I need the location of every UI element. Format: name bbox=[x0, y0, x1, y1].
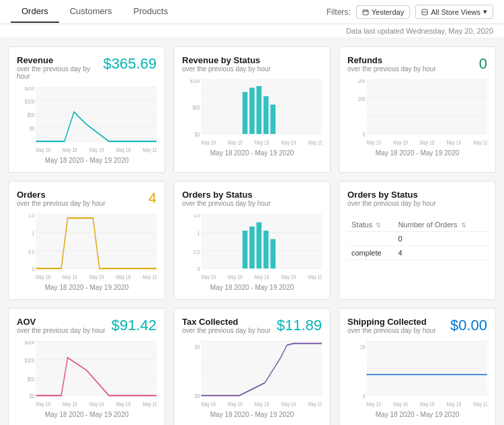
svg-text:$0: $0 bbox=[195, 131, 200, 138]
svg-text:16:00: 16:00 bbox=[116, 408, 125, 408]
count-cell: 0 bbox=[394, 232, 487, 246]
svg-text:May 19: May 19 bbox=[255, 401, 269, 408]
tab-products[interactable]: Products bbox=[123, 1, 179, 23]
svg-text:May 19: May 19 bbox=[420, 401, 435, 408]
revenue-title-group: Revenue over the previous day by hour bbox=[17, 55, 103, 85]
svg-text:11:00: 11:00 bbox=[420, 408, 429, 408]
tax-collected-title-group: Tax Collected over the previous day by h… bbox=[182, 317, 271, 340]
refunds-card: Refunds over the previous day by hour 0 … bbox=[339, 46, 496, 173]
calendar-icon bbox=[362, 9, 369, 15]
svg-text:May 19: May 19 bbox=[116, 274, 130, 281]
revenue-date-range: May 18 2020 - May 19 2020 bbox=[17, 157, 157, 164]
sort-status-icon: ⇅ bbox=[376, 222, 381, 229]
orders-by-status-table-title-group: Orders by Status over the previous day b… bbox=[347, 190, 436, 212]
svg-text:$50: $50 bbox=[192, 104, 200, 111]
store-view-filter-button[interactable]: All Store Views ▾ bbox=[415, 5, 493, 19]
svg-text:May 19: May 19 bbox=[308, 401, 322, 408]
aov-chart: $200 $100 $50 $0 May 19 May 19 May 19 Ma… bbox=[17, 341, 157, 408]
svg-text:May 19: May 19 bbox=[281, 274, 296, 281]
revenue-value: $365.69 bbox=[103, 55, 157, 73]
data-updated-text: Data last updated Wednesday, May 20, 202… bbox=[346, 27, 493, 35]
svg-text:May 19: May 19 bbox=[142, 274, 157, 281]
date-filter-label: Yesterday bbox=[372, 8, 405, 16]
svg-text:0: 0 bbox=[32, 266, 35, 272]
svg-text:$0: $0 bbox=[30, 393, 34, 399]
filters-row: Filters: Yesterday All Store Views ▾ bbox=[327, 5, 493, 19]
svg-text:May 19: May 19 bbox=[116, 147, 130, 154]
svg-text:May 19: May 19 bbox=[201, 274, 216, 281]
svg-text:16:00: 16:00 bbox=[116, 153, 125, 154]
shipping-collected-card: Shipping Collected over the previous day… bbox=[339, 308, 496, 425]
svg-text:$0: $0 bbox=[195, 393, 200, 399]
svg-text:May 19: May 19 bbox=[366, 140, 381, 147]
orders-by-status-bar-chart: 1.5 1 0.5 0 May 19 May 19 May 19 May 19 … bbox=[182, 214, 322, 281]
shipping-collected-date-range: May 18 2020 - May 19 2020 bbox=[347, 411, 487, 418]
svg-text:01:00: 01:00 bbox=[366, 408, 376, 408]
svg-text:0.5: 0.5 bbox=[28, 249, 34, 256]
tax-collected-subtitle: over the previous day by hour bbox=[182, 327, 271, 334]
status-cell: complete bbox=[347, 246, 394, 260]
svg-text:May 19: May 19 bbox=[281, 401, 296, 408]
shipping-collected-header: Shipping Collected over the previous day… bbox=[347, 317, 487, 340]
revenue-by-status-chart: $100 $50 $0 May 19 May 19 May 19 May 19 … bbox=[182, 79, 322, 147]
refunds-title: Refunds bbox=[347, 55, 436, 65]
top-bar: Orders Customers Products Filters: Yeste… bbox=[0, 0, 504, 24]
svg-text:May 19: May 19 bbox=[281, 140, 296, 147]
svg-text:May 19: May 19 bbox=[201, 140, 216, 147]
revenue-card: Revenue over the previous day by hour $3… bbox=[8, 46, 165, 173]
svg-text:May 19: May 19 bbox=[89, 274, 104, 281]
orders-count-col-header[interactable]: Number of Orders ⇅ bbox=[394, 218, 487, 232]
svg-text:May 19: May 19 bbox=[308, 274, 322, 281]
svg-text:0: 0 bbox=[363, 393, 366, 399]
refunds-chart: 200 100 0 May 19 May 19 May 19 May 19 Ma… bbox=[347, 79, 487, 147]
svg-text:08:00: 08:00 bbox=[228, 280, 237, 281]
svg-text:11:00: 11:00 bbox=[89, 153, 99, 154]
filters-label: Filters: bbox=[327, 7, 351, 17]
svg-text:0: 0 bbox=[363, 131, 366, 138]
svg-text:08:00: 08:00 bbox=[228, 146, 237, 147]
tab-customers[interactable]: Customers bbox=[59, 1, 123, 23]
shipping-collected-title: Shipping Collected bbox=[347, 317, 436, 327]
revenue-by-status-card: Revenue by Status over the previous day … bbox=[173, 46, 331, 173]
svg-text:100: 100 bbox=[358, 96, 365, 103]
svg-text:May 19: May 19 bbox=[228, 274, 243, 281]
revenue-by-status-header: Revenue by Status over the previous day … bbox=[182, 55, 322, 78]
svg-text:11:00: 11:00 bbox=[89, 280, 99, 281]
svg-text:May 19: May 19 bbox=[255, 140, 269, 147]
svg-text:1: 1 bbox=[198, 231, 200, 237]
svg-text:11:00: 11:00 bbox=[420, 146, 429, 147]
aov-title: AOV bbox=[17, 317, 106, 327]
svg-text:04:00: 04:00 bbox=[281, 280, 290, 281]
svg-rect-93 bbox=[249, 227, 255, 269]
tax-collected-chart: $5 $0 May 19 May 19 May 19 May 19 May 19… bbox=[182, 341, 322, 408]
tab-orders[interactable]: Orders bbox=[11, 1, 59, 23]
svg-text:May 19: May 19 bbox=[420, 140, 435, 147]
refunds-header: Refunds over the previous day by hour 0 bbox=[347, 55, 487, 78]
orders-title-group: Orders over the previous day by hour bbox=[17, 190, 106, 212]
refunds-title-group: Refunds over the previous day by hour bbox=[347, 55, 436, 78]
svg-text:May 19: May 19 bbox=[116, 401, 130, 408]
svg-rect-95 bbox=[263, 231, 269, 268]
svg-text:$5: $5 bbox=[195, 344, 200, 351]
orders-header: Orders over the previous day by hour 4 bbox=[17, 190, 157, 212]
svg-text:25: 25 bbox=[360, 344, 365, 351]
status-col-header[interactable]: Status ⇅ bbox=[347, 218, 394, 232]
svg-text:May 19: May 19 bbox=[255, 274, 269, 281]
svg-text:May 19: May 19 bbox=[308, 140, 322, 147]
aov-header: AOV over the previous day by hour $91.42 bbox=[17, 317, 157, 340]
tax-collected-header: Tax Collected over the previous day by h… bbox=[182, 317, 322, 340]
svg-text:$100: $100 bbox=[190, 79, 200, 84]
svg-rect-83 bbox=[201, 214, 322, 268]
svg-rect-48 bbox=[366, 79, 487, 134]
date-filter-button[interactable]: Yesterday bbox=[356, 5, 411, 19]
svg-text:May 19: May 19 bbox=[201, 401, 216, 408]
svg-text:16:00: 16:00 bbox=[446, 146, 456, 147]
svg-rect-36 bbox=[257, 86, 262, 134]
revenue-by-status-title: Revenue by Status bbox=[182, 55, 271, 65]
orders-value: 4 bbox=[149, 190, 157, 207]
svg-text:May 19: May 19 bbox=[228, 401, 243, 408]
aov-value: $91.42 bbox=[112, 317, 157, 334]
svg-text:$200: $200 bbox=[25, 341, 35, 346]
svg-text:06:00: 06:00 bbox=[393, 408, 403, 408]
orders-status-table: Status ⇅ Number of Orders ⇅ 0 complete 4 bbox=[347, 218, 487, 260]
